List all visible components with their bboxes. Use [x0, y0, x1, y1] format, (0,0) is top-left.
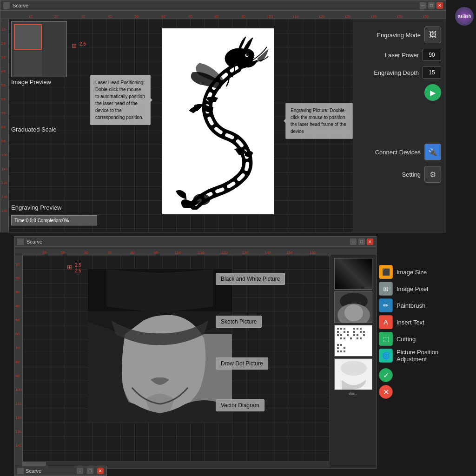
taskbar-close[interactable]: ✕	[97, 468, 104, 474]
close-button-top[interactable]: ✕	[436, 2, 443, 9]
svg-point-5	[193, 194, 210, 205]
dragon-svg	[167, 33, 269, 210]
v-ruler-mark: 130	[1, 195, 7, 199]
check-button[interactable]: ✓	[379, 368, 393, 382]
ruler-mark: 30	[81, 14, 85, 19]
preview-item-4[interactable]	[334, 358, 372, 390]
ruler-mark-b: 80	[131, 251, 135, 255]
paintbrush-icon[interactable]: ✏	[379, 298, 393, 312]
coord-label-top: 2.5	[79, 41, 86, 46]
sketch-label[interactable]: Sketch Picture	[216, 316, 262, 328]
tooltip-arrow	[150, 98, 155, 102]
ruler-mark: 70	[188, 14, 192, 19]
taskbar-title: Scarve	[26, 468, 41, 474]
black-white-label[interactable]: Black and White Picture	[216, 273, 285, 285]
draw-dot-text: Draw Dot Picture	[221, 360, 263, 367]
ruler-mark: 50	[134, 14, 139, 19]
tooltip-laser-head: Laser Head Positioning: Doble-click the …	[90, 75, 151, 125]
taskbar-icon	[17, 468, 24, 474]
play-row: ▶	[353, 81, 446, 104]
svg-rect-24	[344, 337, 345, 339]
svg-rect-23	[340, 337, 342, 339]
svg-rect-27	[357, 328, 358, 330]
coord-bottom: 2.5	[75, 263, 81, 268]
ruler-mark: 60	[161, 14, 165, 19]
v-ruler-mark: 30	[1, 55, 6, 60]
laser-power-label: Laser Power	[385, 52, 419, 59]
svg-rect-35	[357, 337, 358, 339]
svg-rect-22	[347, 334, 349, 336]
engraving-depth-label: Engraving Depth	[374, 69, 419, 76]
canvas-top[interactable]: ⊞ 2.5 Image Preview Graduated Scale Engr…	[9, 19, 353, 232]
dragon-image[interactable]	[162, 28, 274, 214]
ruler-horizontal-top: 10 20 30 40 50 60 70 80 90 100 110 120 1…	[0, 11, 446, 19]
image-pixel-label: Image Pixel	[397, 285, 428, 292]
v-ruler-mark: 100	[1, 153, 7, 157]
preview-svg	[335, 292, 372, 323]
tooltip-engraving-text: Engraving Picture: Double-click the mous…	[291, 108, 346, 134]
picture-position-icon[interactable]: 🌀	[379, 349, 393, 363]
image-size-label: Image Size	[397, 269, 427, 276]
ruler-mark: 100	[267, 14, 273, 19]
minimize-button-bottom[interactable]: ─	[350, 238, 357, 245]
draw-dot-label[interactable]: Draw Dot Picture	[216, 357, 268, 370]
v-ruler-mark-b: 130	[15, 430, 21, 434]
svg-rect-25	[350, 337, 352, 339]
svg-point-12	[344, 304, 363, 321]
cutting-icon[interactable]: ⬚	[379, 332, 393, 346]
minimize-button-top[interactable]: ─	[420, 2, 426, 9]
engraving-mode-button[interactable]: 🖼	[424, 26, 441, 43]
black-white-text: Black and White Picture	[221, 276, 280, 282]
connect-devices-row: Connect Devices 🔌	[353, 141, 446, 163]
setting-button[interactable]: ⚙	[424, 166, 441, 183]
connect-devices-button[interactable]: 🔌	[424, 144, 441, 160]
window-title-bottom: Scarve	[26, 239, 348, 245]
taskbar-max[interactable]: □	[87, 468, 93, 474]
close-button-bottom[interactable]: ✕	[367, 238, 373, 245]
laser-power-input[interactable]	[423, 49, 441, 61]
svg-rect-21	[340, 334, 342, 336]
preview-item-3[interactable]	[334, 325, 372, 357]
bottom-right-previews: diss...	[330, 255, 376, 461]
svg-rect-36	[360, 337, 362, 339]
image-size-icon[interactable]: ⬛	[379, 265, 393, 279]
v-ruler-mark: 20	[1, 41, 6, 46]
preview-item-1[interactable]	[334, 258, 372, 290]
delete-button[interactable]: ✕	[379, 385, 393, 399]
ruler-mark-b: 130	[242, 251, 248, 255]
canvas-bottom[interactable]: ⊞ 2.5 2.5	[23, 255, 330, 461]
svg-rect-40	[344, 347, 345, 349]
insert-text-row: A Insert Text	[379, 315, 452, 329]
watermark-text: nailish	[458, 14, 471, 19]
paintbrush-row: ✏ Paintbrush	[379, 298, 452, 312]
insert-text-icon[interactable]: A	[379, 315, 393, 329]
svg-rect-17	[337, 331, 339, 333]
svg-rect-30	[360, 331, 362, 333]
watermark: nailish	[455, 7, 474, 26]
v-ruler-mark-b: 30	[15, 290, 20, 294]
engraving-depth-input[interactable]	[423, 66, 441, 79]
svg-rect-41	[337, 350, 339, 352]
vector-label[interactable]: Vector Diagram	[216, 399, 264, 411]
graduated-scale-label: Graduated Scale	[11, 126, 57, 133]
maximize-button-bottom[interactable]: □	[358, 238, 365, 245]
ruler-mark-b: 160	[310, 251, 316, 255]
ruler-mark: 130	[344, 14, 350, 19]
svg-rect-38	[340, 344, 342, 346]
ruler-mark: 40	[108, 14, 112, 19]
ruler-mark-b: 50	[61, 251, 65, 255]
v-ruler-mark-b: 80	[15, 360, 20, 364]
svg-rect-15	[340, 328, 342, 330]
bottom-window: Scarve ─ □ ✕ 40 50 60 70 80 90 100 110 1…	[14, 236, 377, 469]
ruler-mark-b: 100	[175, 251, 181, 255]
svg-rect-18	[344, 331, 345, 333]
ruler-mark: 140	[370, 14, 377, 19]
image-pixel-icon[interactable]: ⊞	[379, 282, 393, 296]
maximize-button-top[interactable]: □	[428, 2, 435, 9]
preview-item-2[interactable]	[334, 291, 372, 323]
play-button[interactable]: ▶	[424, 84, 441, 101]
sketch-text: Sketch Picture	[221, 318, 257, 325]
taskbar-min[interactable]: ─	[77, 468, 83, 474]
ruler-mark: 150	[397, 14, 403, 19]
top-window: Scarve ─ □ ✕ 10 20 30 40 50 60 70 80 90 …	[0, 0, 446, 232]
